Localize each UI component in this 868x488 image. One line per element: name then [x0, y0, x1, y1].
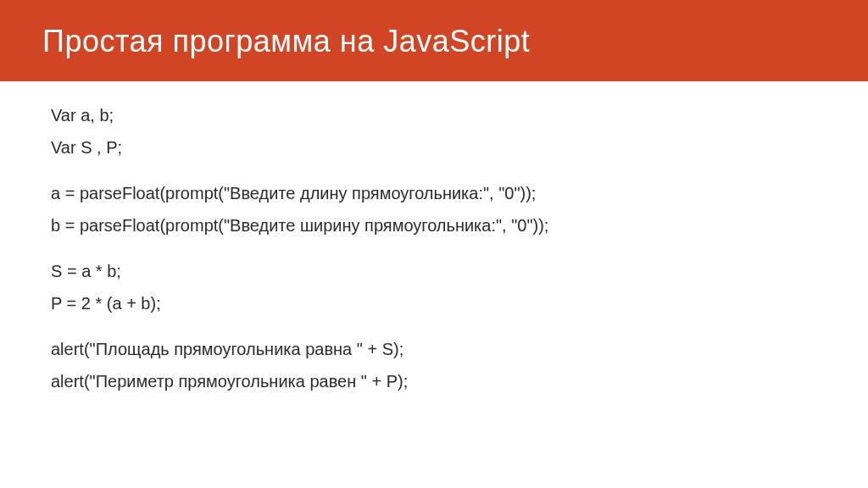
code-block-input: a = parseFloat(prompt("Введите длину пря…: [51, 181, 817, 237]
code-line: b = parseFloat(prompt("Введите ширину пр…: [51, 214, 817, 237]
code-line: Var a, b;: [51, 103, 817, 127]
slide-title: Простая программа на JavaScript: [42, 24, 826, 59]
code-block-output: alert("Площадь прямоугольника равна " + …: [51, 337, 817, 393]
slide-container: Простая программа на JavaScript Var a, b…: [0, 0, 868, 488]
code-block-declarations: Var a, b; Var S , P;: [51, 103, 817, 159]
code-block-calculation: S = a * b; P = 2 * (a + b);: [51, 259, 817, 315]
code-line: a = parseFloat(prompt("Введите длину пря…: [51, 181, 817, 205]
code-line: alert("Площадь прямоугольника равна " + …: [51, 337, 817, 361]
slide-content: Var a, b; Var S , P; a = parseFloat(prom…: [0, 81, 868, 488]
code-line: Var S , P;: [51, 136, 817, 159]
code-line: P = 2 * (a + b);: [51, 291, 817, 315]
code-line: alert("Периметр прямоугольника равен " +…: [51, 369, 817, 393]
code-line: S = a * b;: [51, 259, 817, 283]
slide-header: Простая программа на JavaScript: [0, 0, 868, 81]
